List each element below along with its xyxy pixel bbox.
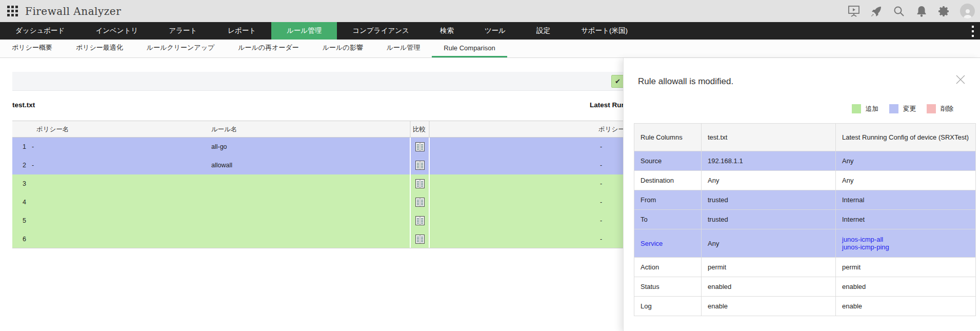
diff-col-label: Destination [634, 171, 702, 190]
rule-diff-panel: Rule allowall is modified. 追加変更削除 Rule C… [623, 58, 980, 331]
legend-label-削除: 削除 [941, 105, 953, 113]
rule-diff-table: Rule Columnstest.txtLatest Running Confi… [634, 123, 976, 316]
row-number: 6 [23, 236, 26, 243]
diff-col-label[interactable]: Service [634, 229, 702, 258]
compare-rule-icon[interactable] [415, 142, 425, 151]
legend-label-追加: 追加 [866, 105, 878, 113]
legend-swatch-追加 [852, 104, 861, 113]
user-avatar[interactable] [960, 4, 975, 18]
nav-item-アラート[interactable]: アラート [153, 22, 212, 40]
subnav-tab-ルールクリーンアップ[interactable]: ルールクリーンアップ [135, 40, 226, 57]
value-line: enabled [842, 283, 969, 290]
subnav-tab-Rule Comparison[interactable]: Rule Comparison [432, 40, 507, 57]
rocket-icon[interactable] [870, 5, 883, 18]
latest-policy-name-value: - [600, 162, 602, 169]
diff-left-value: permit [702, 258, 836, 277]
nav-item-インベントリ[interactable]: インベントリ [80, 22, 153, 40]
diff-left-value: trusted [702, 190, 836, 210]
legend-label-変更: 変更 [903, 105, 916, 113]
bell-icon[interactable] [915, 5, 928, 18]
nav-item-ツール[interactable]: ツール [469, 22, 521, 40]
compare-cell [410, 174, 430, 193]
diff-row-Service: ServiceAnyjunos-icmp-alljunos-icmp-ping [634, 229, 976, 258]
diff-left-value: Any [702, 171, 836, 190]
compare-cell [410, 156, 430, 174]
diff-header-0: Rule Columns [634, 124, 702, 151]
diff-row-Log: Logenableenable [634, 297, 976, 316]
legend-swatch-削除 [927, 104, 936, 113]
diff-right-value: enabled [836, 277, 976, 297]
top-header-bar: Firewall Analyzer [0, 0, 980, 22]
latest-policy-name-value: - [600, 199, 602, 206]
row-number: 2 [23, 162, 26, 169]
value-line: permit [842, 263, 969, 271]
diff-row-Source: Source192.168.1.1Any [634, 151, 976, 171]
subnav-tab-ルール管理[interactable]: ルール管理 [375, 40, 432, 57]
latest-policy-name-value: - [600, 143, 602, 150]
nav-item-サポート(米国)[interactable]: サポート(米国) [566, 22, 643, 40]
value-line: Any [842, 157, 969, 165]
compare-rule-icon[interactable] [415, 198, 425, 207]
compare-rule-icon[interactable] [415, 216, 425, 225]
nav-item-ルール管理[interactable]: ルール管理 [271, 22, 337, 40]
row-number: 4 [23, 199, 26, 206]
close-icon[interactable] [954, 73, 967, 86]
subnav-tab-ポリシー概要[interactable]: ポリシー概要 [0, 40, 64, 57]
gear-icon[interactable] [937, 5, 951, 18]
diff-right-value: permit [836, 258, 976, 277]
value-line: Internal [842, 196, 969, 204]
diff-row-Status: Statusenabledenabled [634, 277, 976, 297]
subnav-tab-ルールの再オーダー[interactable]: ルールの再オーダー [226, 40, 311, 57]
nav-item-設定[interactable]: 設定 [521, 22, 566, 40]
service-link[interactable]: junos-icmp-all [842, 236, 969, 243]
diff-col-label: From [634, 190, 702, 210]
apps-grid-icon[interactable] [7, 6, 18, 16]
check-icon: ✔ [615, 77, 621, 85]
compare-rule-icon[interactable] [415, 235, 425, 244]
subnav-tab-ポリシー最適化[interactable]: ポリシー最適化 [64, 40, 135, 57]
subnav-tab-ルールの影響[interactable]: ルールの影響 [311, 40, 375, 57]
left-config-title: test.txt [12, 101, 35, 109]
rule-name-value: all-go [211, 143, 227, 150]
compare-column-divider [410, 121, 430, 137]
diff-row-From: FromtrustedInternal [634, 190, 976, 210]
diff-legend: 追加変更削除 [852, 104, 959, 113]
col-rule-name: ルール名 [211, 125, 237, 133]
top-icons [847, 0, 980, 22]
nav-overflow-kebab-icon[interactable] [971, 26, 975, 37]
diff-row-To: TotrustedInternet [634, 210, 976, 229]
compare-cell [410, 138, 430, 156]
latest-policy-name-value: - [600, 180, 602, 187]
compare-rule-icon[interactable] [415, 179, 425, 188]
service-link[interactable]: junos-icmp-ping [842, 243, 969, 251]
compare-rule-icon[interactable] [415, 161, 425, 170]
diff-col-label: To [634, 210, 702, 229]
diff-right-value: Any [836, 171, 976, 190]
value-line: Internet [842, 216, 969, 223]
diff-right-value: Internet [836, 210, 976, 229]
main-nav: ダッシュボードインベントリアラートレポートルール管理コンプライアンス検索ツール設… [0, 22, 980, 40]
app-title: Firewall Analyzer [25, 5, 121, 17]
nav-item-ダッシュボード[interactable]: ダッシュボード [0, 22, 80, 40]
rule-management-subnav: ポリシー概要ポリシー最適化ルールクリーンアップルールの再オーダールールの影響ルー… [0, 40, 980, 58]
diff-col-label: Source [634, 151, 702, 171]
presentation-icon[interactable] [847, 5, 861, 18]
compare-cell [410, 211, 430, 230]
latest-policy-name-value: - [600, 236, 602, 243]
nav-item-レポート[interactable]: レポート [212, 22, 271, 40]
value-line: enable [842, 302, 969, 310]
panel-title: Rule allowall is modified. [638, 76, 733, 87]
firewall-analyzer-app: Firewall Analyzer [0, 0, 980, 331]
policy-name-value: - [32, 143, 34, 150]
diff-right-value: enable [836, 297, 976, 316]
col-policy-name: ポリシー名 [36, 125, 69, 133]
value-line: Any [842, 177, 969, 184]
nav-item-コンプライアンス[interactable]: コンプライアンス [337, 22, 425, 40]
compare-cell [410, 230, 430, 248]
legend-swatch-変更 [889, 104, 898, 113]
nav-item-検索[interactable]: 検索 [425, 22, 469, 40]
diff-col-label: Action [634, 258, 702, 277]
diff-col-label: Log [634, 297, 702, 316]
search-icon[interactable] [892, 5, 906, 18]
policy-name-value: - [32, 162, 34, 169]
